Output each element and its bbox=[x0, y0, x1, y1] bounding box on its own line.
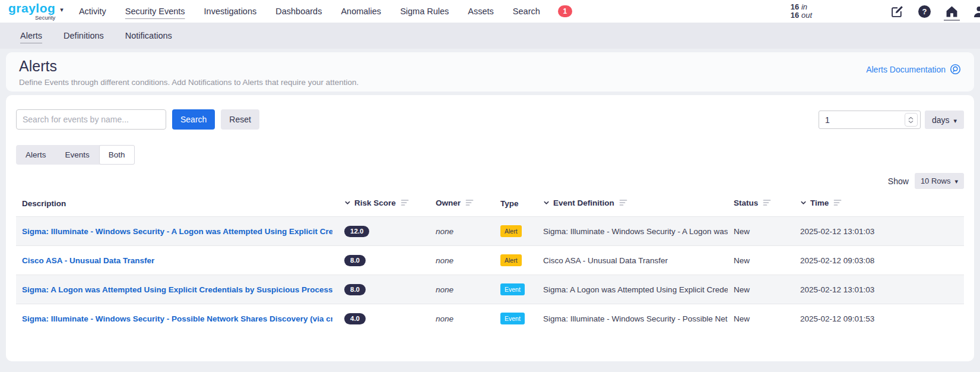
topnav-right-cluster: 16 in 16 out ? bbox=[791, 0, 980, 23]
table-header-row: DescriptionRisk ScoreOwnerTypeEvent Defi… bbox=[16, 191, 964, 217]
cell-event-definition: Sigma: Illuminate - Windows Security - P… bbox=[537, 304, 728, 333]
page-header-text: Alerts Define Events through different c… bbox=[19, 58, 359, 87]
events-search-input[interactable] bbox=[16, 109, 166, 130]
nav-item-assets[interactable]: Assets bbox=[458, 1, 503, 22]
subnav-item-alerts[interactable]: Alerts bbox=[13, 24, 49, 48]
cell-owner: none bbox=[430, 304, 494, 333]
user-icon[interactable] bbox=[973, 0, 980, 23]
subnav-item-notifications[interactable]: Notifications bbox=[118, 24, 179, 48]
event-description-link[interactable]: Sigma: A Logon was Attempted Using Expli… bbox=[22, 285, 332, 294]
compose-icon[interactable] bbox=[891, 0, 903, 23]
event-description-link[interactable]: Sigma: Illuminate - Windows Security - P… bbox=[22, 314, 332, 323]
brand-name: graylog bbox=[8, 2, 55, 14]
cell-time: 2025-02-12 13:01:03 bbox=[794, 217, 964, 246]
type-badge: Alert bbox=[500, 254, 522, 266]
filter-row: Search Reset days▾ bbox=[16, 109, 964, 130]
col-label: Type bbox=[500, 199, 519, 208]
nav-item-activity[interactable]: Activity bbox=[69, 1, 116, 22]
risk-score-badge: 4.0 bbox=[344, 313, 366, 324]
table-row: Sigma: Illuminate - Windows Security - A… bbox=[16, 217, 964, 246]
cell-risk-score: 8.0 bbox=[338, 275, 430, 304]
cell-time: 2025-02-12 09:03:08 bbox=[794, 246, 964, 275]
cell-event-definition: Cisco ASA - Unusual Data Transfer bbox=[537, 246, 728, 275]
view-tab-alerts[interactable]: Alerts bbox=[16, 145, 56, 165]
brand-subtitle: Security bbox=[35, 15, 55, 21]
events-table: DescriptionRisk ScoreOwnerTypeEvent Defi… bbox=[16, 191, 964, 333]
cell-type: Event bbox=[494, 304, 537, 333]
doc-link-label: Alerts Documentation bbox=[866, 65, 946, 74]
reset-button[interactable]: Reset bbox=[221, 109, 259, 130]
page-size-dropdown[interactable]: 10 Rows▾ bbox=[915, 173, 964, 189]
page-description: Define Events through different conditio… bbox=[19, 78, 359, 87]
col-label: Owner bbox=[436, 198, 461, 207]
col-header-type[interactable]: Type bbox=[494, 191, 537, 217]
col-header-risk-score[interactable]: Risk Score bbox=[338, 191, 430, 217]
alerts-documentation-link[interactable]: Alerts Documentation bbox=[866, 64, 961, 75]
col-header-owner[interactable]: Owner bbox=[430, 191, 494, 217]
table-row: Cisco ASA - Unusual Data Transfer8.0none… bbox=[16, 246, 964, 275]
number-stepper-icon[interactable] bbox=[905, 113, 918, 127]
cell-status: New bbox=[728, 304, 794, 333]
cell-risk-score: 12.0 bbox=[338, 217, 430, 246]
notification-badge[interactable]: 1 bbox=[558, 5, 572, 17]
type-badge: Alert bbox=[500, 225, 522, 237]
throughput-out: 16 out bbox=[791, 11, 812, 20]
view-tabs: AlertsEventsBoth bbox=[16, 145, 135, 165]
cell-type: Alert bbox=[494, 217, 537, 246]
filter-icon[interactable] bbox=[465, 199, 474, 208]
cell-type: Event bbox=[494, 275, 537, 304]
cell-owner: none bbox=[430, 217, 494, 246]
risk-score-badge: 8.0 bbox=[344, 255, 366, 266]
nav-item-sigma-rules[interactable]: Sigma Rules bbox=[391, 1, 458, 22]
time-unit-dropdown[interactable]: days▾ bbox=[925, 111, 964, 129]
content-card: Search Reset days▾ AlertsEventsBoth Show… bbox=[6, 95, 974, 361]
cell-time: 2025-02-12 13:01:03 bbox=[794, 275, 964, 304]
caret-down-icon: ▾ bbox=[954, 178, 958, 185]
subnav-item-definitions[interactable]: Definitions bbox=[56, 24, 111, 48]
time-unit-label: days bbox=[932, 115, 950, 125]
throughput-in: 16 in bbox=[791, 3, 812, 11]
event-description-link[interactable]: Cisco ASA - Unusual Data Transfer bbox=[22, 256, 332, 265]
col-header-description[interactable]: Description bbox=[16, 191, 338, 217]
brand-caret-down-icon[interactable]: ▾ bbox=[60, 6, 64, 14]
caret-down-icon: ▾ bbox=[953, 117, 957, 124]
table-row: Sigma: Illuminate - Windows Security - P… bbox=[16, 304, 964, 333]
col-label: Description bbox=[22, 199, 66, 208]
cell-description: Sigma: Illuminate - Windows Security - P… bbox=[16, 304, 338, 333]
filter-icon[interactable] bbox=[833, 199, 842, 208]
nav-item-dashboards[interactable]: Dashboards bbox=[266, 1, 331, 22]
sub-nav: AlertsDefinitionsNotifications bbox=[0, 23, 980, 49]
event-description-link[interactable]: Sigma: Illuminate - Windows Security - A… bbox=[22, 227, 332, 236]
nav-item-security-events[interactable]: Security Events bbox=[116, 1, 195, 22]
col-header-status[interactable]: Status bbox=[728, 191, 794, 217]
cell-owner: none bbox=[430, 275, 494, 304]
help-icon[interactable]: ? bbox=[918, 0, 931, 23]
top-navbar: graylog Security ▾ ActivitySecurity Even… bbox=[0, 0, 980, 23]
home-icon[interactable] bbox=[946, 0, 958, 23]
filter-icon[interactable] bbox=[619, 199, 627, 208]
search-button[interactable]: Search bbox=[172, 109, 215, 130]
risk-score-badge: 12.0 bbox=[344, 226, 369, 237]
filter-icon[interactable] bbox=[401, 199, 409, 208]
sort-chevron-down-icon bbox=[543, 199, 550, 208]
graylog-logo[interactable]: graylog Security bbox=[8, 2, 55, 21]
col-header-time[interactable]: Time bbox=[794, 191, 964, 217]
page-header: Alerts Define Events through different c… bbox=[6, 52, 974, 92]
nav-item-investigations[interactable]: Investigations bbox=[195, 1, 267, 22]
throughput-indicator[interactable]: 16 in 16 out bbox=[791, 3, 812, 20]
sort-chevron-down-icon bbox=[800, 199, 807, 208]
nav-item-search[interactable]: Search bbox=[503, 1, 550, 22]
sort-chevron-down-icon bbox=[344, 199, 351, 208]
filter-icon[interactable] bbox=[763, 199, 771, 208]
view-tab-events[interactable]: Events bbox=[56, 145, 99, 165]
time-range-input-wrap bbox=[819, 111, 921, 129]
col-label: Status bbox=[734, 198, 758, 207]
risk-score-badge: 8.0 bbox=[344, 284, 366, 295]
col-label: Risk Score bbox=[354, 198, 396, 207]
col-header-event-definition[interactable]: Event Definition bbox=[537, 191, 728, 217]
col-label: Event Definition bbox=[553, 198, 614, 207]
cell-risk-score: 8.0 bbox=[338, 246, 430, 275]
nav-item-anomalies[interactable]: Anomalies bbox=[331, 1, 391, 22]
view-tab-both[interactable]: Both bbox=[99, 145, 135, 165]
show-row: Show 10 Rows▾ bbox=[16, 173, 964, 189]
